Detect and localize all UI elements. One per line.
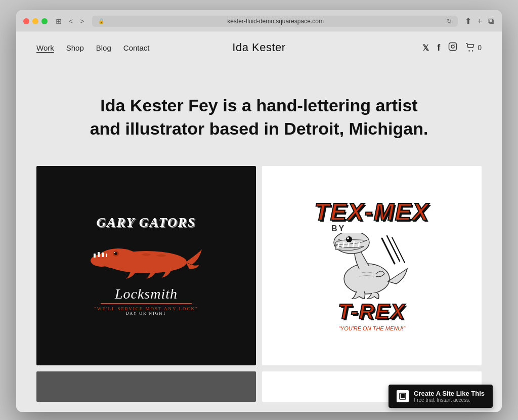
back-button[interactable]: < [67, 16, 75, 26]
cart-area[interactable]: 0 [465, 43, 482, 52]
svg-point-2 [455, 44, 456, 45]
tex-dash: - [365, 198, 374, 225]
svg-rect-9 [98, 252, 100, 257]
trex-svg [321, 233, 422, 299]
lock-icon: 🔒 [98, 18, 104, 24]
svg-point-3 [469, 50, 470, 51]
underline-decoration [101, 303, 192, 304]
share-button[interactable]: ⬆ [464, 15, 472, 27]
twitter-icon[interactable]: 𝕏 [422, 43, 429, 53]
browser-controls: ⊞ < > [54, 16, 86, 26]
instagram-icon[interactable] [448, 42, 457, 54]
svg-point-1 [451, 45, 454, 48]
gallery-bottom-left[interactable] [36, 371, 256, 402]
forward-button[interactable]: > [78, 16, 86, 26]
squarespace-banner[interactable]: Create A Site Like This Free trial. Inst… [388, 385, 493, 408]
gator-svg [91, 234, 202, 280]
squarespace-logo [397, 390, 409, 402]
tex-text: TEX [314, 198, 364, 225]
gallery-item-tex-mex[interactable]: TEX-MEX BY [262, 166, 482, 366]
tex-by-text: BY [321, 224, 422, 233]
svg-point-18 [347, 237, 349, 239]
tex-rex-bottom-text: T-REX [314, 301, 429, 322]
tex-rex-quote: "YOU'RE ON THE MENU!" [314, 325, 429, 331]
site-content: Work Shop Blog Contact Ida Kester 𝕏 f [16, 31, 502, 412]
reload-button[interactable]: ↻ [447, 18, 452, 25]
svg-rect-10 [102, 253, 104, 257]
minimize-button[interactable] [32, 18, 38, 24]
nav-work[interactable]: Work [36, 44, 54, 52]
svg-point-14 [114, 252, 115, 253]
gary-gators-tagline: "WE'LL SERVICE MOST ANY LOCK" [91, 306, 202, 311]
url-text: kester-fluid-demo.squarespace.com [107, 18, 443, 25]
maximize-button[interactable] [41, 18, 48, 24]
tex-mex-top-text: TEX-MEX [314, 200, 429, 224]
hero-section: Ida Kester Fey is a hand-lettering artis… [16, 64, 502, 166]
svg-point-15 [344, 264, 390, 294]
cart-icon [465, 43, 476, 52]
gary-gators-title: GARY GATORS [91, 216, 202, 230]
hero-text: Ida Kester Fey is a hand-lettering artis… [87, 94, 431, 141]
squarespace-sub-text: Free trial. Instant access. [414, 397, 485, 403]
svg-point-4 [472, 50, 473, 51]
site-title[interactable]: Ida Kester [232, 41, 285, 54]
svg-point-19 [338, 239, 340, 241]
svg-point-17 [346, 236, 352, 242]
svg-rect-0 [449, 43, 457, 50]
svg-rect-11 [106, 254, 107, 257]
close-button[interactable] [23, 18, 29, 24]
address-bar[interactable]: 🔒 kester-fluid-demo.squarespace.com ↻ [92, 16, 457, 27]
site-nav: Work Shop Blog Contact Ida Kester 𝕏 f [16, 31, 502, 64]
windows-button[interactable]: ⧉ [487, 16, 495, 27]
svg-rect-8 [94, 254, 96, 258]
traffic-lights [23, 18, 48, 24]
squarespace-text: Create A Site Like This Free trial. Inst… [414, 390, 485, 403]
nav-contact[interactable]: Contact [123, 44, 150, 52]
squarespace-main-text: Create A Site Like This [414, 390, 485, 397]
new-tab-button[interactable]: + [477, 16, 483, 27]
gary-gators-illustration: GARY GATORS [91, 216, 202, 316]
gary-gators-subtitle: Locksmith [91, 286, 202, 302]
browser-window: ⊞ < > 🔒 kester-fluid-demo.squarespace.co… [16, 10, 502, 412]
trex-wrapper: BY [314, 224, 429, 301]
gallery-item-gary-gators[interactable]: GARY GATORS [36, 166, 256, 366]
nav-blog[interactable]: Blog [96, 44, 111, 52]
facebook-icon[interactable]: f [437, 43, 440, 53]
nav-left: Work Shop Blog Contact [36, 44, 150, 52]
tex-mex-illustration: TEX-MEX BY [309, 195, 434, 337]
cart-count: 0 [478, 44, 482, 52]
nav-shop[interactable]: Shop [66, 44, 84, 52]
mex-text: MEX [374, 198, 429, 225]
sidebar-toggle-button[interactable]: ⊞ [54, 16, 64, 26]
browser-chrome: ⊞ < > 🔒 kester-fluid-demo.squarespace.co… [16, 10, 502, 31]
gallery-grid: GARY GATORS [16, 166, 502, 372]
nav-right: 𝕏 f 0 [422, 42, 482, 54]
browser-actions: ⬆ + ⧉ [464, 15, 495, 27]
gary-gators-tagline-sub: DAY OR NIGHT [91, 311, 202, 316]
svg-rect-21 [401, 394, 405, 398]
